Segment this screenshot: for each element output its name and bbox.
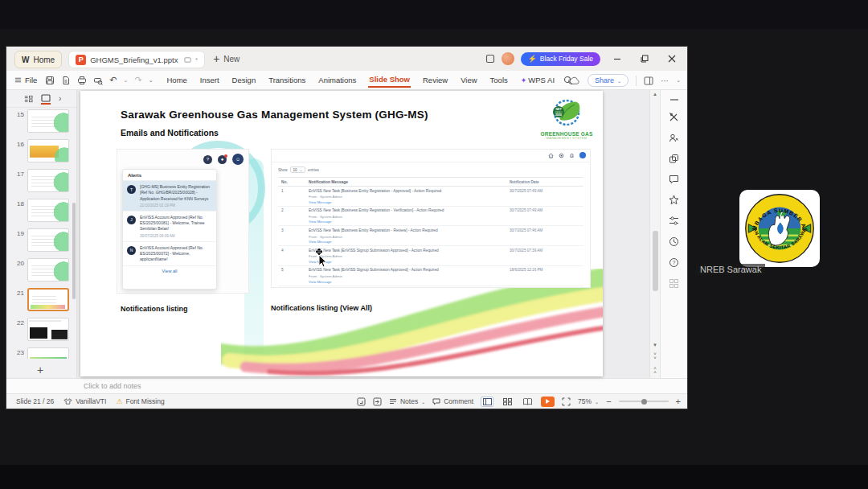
menu-item-review[interactable]: Review xyxy=(422,73,448,87)
slide-thumbnail-row-15[interactable]: 15 xyxy=(13,109,76,133)
menu-item-wps-ai[interactable]: ✦WPS AI xyxy=(520,73,555,87)
slide-view-icon[interactable] xyxy=(41,92,51,104)
menu-item-tools[interactable]: Tools xyxy=(489,73,509,87)
zoom-slider[interactable] xyxy=(619,401,669,402)
scroll-down-icon[interactable]: ▼ xyxy=(650,343,660,347)
slide-thumbnail-row-19[interactable]: 19 xyxy=(13,228,76,252)
view-message-link: View Message xyxy=(309,280,510,284)
collapse-ribbon-icon[interactable]: ⌄ xyxy=(676,77,681,84)
undo-icon[interactable]: ↶ xyxy=(109,75,117,85)
slide-thumbnail[interactable] xyxy=(27,258,69,281)
star-icon[interactable] xyxy=(669,195,679,205)
tools-icon[interactable] xyxy=(669,112,679,122)
home-tab[interactable]: W Home xyxy=(14,51,62,68)
assistant-icon[interactable] xyxy=(669,133,679,143)
menu-item-animations[interactable]: Animations xyxy=(317,73,357,87)
undo-dropdown-icon[interactable]: ⌄ xyxy=(124,77,129,84)
notes-bar[interactable]: Click to add notes xyxy=(6,378,687,393)
settings-sliders-icon[interactable] xyxy=(669,216,679,226)
slide-thumbnail-row-21[interactable]: 21 xyxy=(13,288,76,311)
slide-thumbnail[interactable] xyxy=(27,109,69,133)
black-friday-sale-button[interactable]: ⚡ Black Friday Sale xyxy=(521,52,600,66)
slide-thumbnail[interactable] xyxy=(27,288,69,311)
window-switch-icon[interactable] xyxy=(485,54,495,64)
row-date: 18/6/2025 12:16 PM xyxy=(510,268,583,283)
minimize-button[interactable] xyxy=(607,51,628,67)
alert-item[interactable]: T [GHG-MS] Business Entity Registration … xyxy=(123,181,216,212)
slide-sorter-view-button[interactable] xyxy=(501,397,514,407)
participant-tile[interactable]: LEMBAGA SUMBER ASLI DAN ALAM SEKITAR SAR… xyxy=(691,129,868,330)
redo-icon[interactable]: ↷ xyxy=(134,75,141,85)
previous-slide-button[interactable]: ˅˅ xyxy=(650,352,660,360)
canvas-scrollbar[interactable]: ▲ ▼ ˅˅ ˄˄ xyxy=(649,90,660,378)
slideshow-play-button[interactable] xyxy=(541,397,555,407)
slide-thumbnail[interactable] xyxy=(27,347,69,359)
alert-item[interactable]: N EnVISS Account Approved [Ref No. ES/20… xyxy=(123,242,216,267)
slide-thumbnail[interactable] xyxy=(27,169,69,192)
zoom-out-button[interactable]: − xyxy=(606,397,611,406)
collapse-rail-icon[interactable] xyxy=(669,98,679,101)
slide-thumbnail-row-22[interactable]: 22 xyxy=(13,318,76,341)
outline-view-icon[interactable] xyxy=(24,95,33,103)
panel-scrollbar[interactable] xyxy=(72,203,76,299)
nreb-logo-card: LEMBAGA SUMBER ASLI DAN ALAM SEKITAR SAR… xyxy=(739,190,820,267)
help-icon[interactable]: ? xyxy=(669,257,679,268)
account-avatar[interactable] xyxy=(502,52,514,65)
cloud-sync-icon[interactable] xyxy=(568,76,580,85)
layout-panel-icon[interactable] xyxy=(644,76,653,85)
slide-thumbnail[interactable] xyxy=(27,199,69,222)
print-icon[interactable] xyxy=(77,76,87,85)
scrollbar-thumb[interactable] xyxy=(653,231,658,291)
menu-item-design[interactable]: Design xyxy=(231,73,257,87)
slide-thumbnail-row-23[interactable]: 23 xyxy=(13,347,76,359)
nreb-emblem: LEMBAGA SUMBER ASLI DAN ALAM SEKITAR SAR… xyxy=(744,193,815,264)
slide-thumbnail-row-20[interactable]: 20 xyxy=(13,258,76,281)
document-tab[interactable]: P GHGMS_Briefing_v1.pptx * xyxy=(68,51,205,68)
slide-thumbnail[interactable] xyxy=(27,139,69,162)
zoom-level[interactable]: 75% ⌄ xyxy=(578,397,599,405)
fit-slide-icon[interactable] xyxy=(562,397,571,406)
slide-thumbnail-row-18[interactable]: 18 xyxy=(13,199,76,222)
next-slide-button[interactable]: ˄˄ xyxy=(650,367,660,375)
slide-thumbnail[interactable] xyxy=(27,228,69,252)
share-button[interactable]: Share ⌄ xyxy=(588,74,628,87)
menu-item-view[interactable]: View xyxy=(460,73,477,87)
output-icon[interactable] xyxy=(61,76,71,85)
slide-thumbnail-row-17[interactable]: 17 xyxy=(13,169,76,192)
slide-title: Sarawak Greenhouse Gas Management System… xyxy=(121,109,428,121)
history-clock-icon[interactable] xyxy=(669,236,679,247)
theme-indicator[interactable]: VanillaVTI xyxy=(63,397,106,405)
shapes-icon[interactable] xyxy=(669,154,679,164)
file-menu-button[interactable]: File xyxy=(14,76,37,84)
add-slide-button[interactable]: + xyxy=(37,364,43,376)
current-slide[interactable]: Sarawak Greenhouse Gas Management System… xyxy=(80,91,603,376)
save-icon[interactable] xyxy=(45,76,55,85)
slide-number: 21 xyxy=(13,288,24,297)
apps-grid-icon[interactable] xyxy=(669,278,679,289)
reading-view-button[interactable] xyxy=(521,397,534,407)
comment-icon[interactable] xyxy=(669,175,679,184)
new-tab-button[interactable]: + New xyxy=(213,52,240,65)
menu-item-transitions[interactable]: Transitions xyxy=(268,73,306,87)
zoom-slider-knob[interactable] xyxy=(641,399,647,405)
task-window-icon[interactable] xyxy=(357,397,366,406)
collapse-panel-icon[interactable]: › xyxy=(59,94,61,103)
slide-thumbnail-row-16[interactable]: 16 xyxy=(13,139,76,162)
scroll-up-icon[interactable]: ▲ xyxy=(650,92,660,97)
font-missing-warning[interactable]: ⚠ Font Missing xyxy=(116,397,164,405)
notes-toggle[interactable]: Notes ⌄ xyxy=(389,397,425,405)
maximize-button[interactable] xyxy=(634,51,655,67)
print-preview-icon[interactable] xyxy=(93,76,103,85)
menu-item-insert[interactable]: Insert xyxy=(199,73,220,87)
export-panel-icon[interactable] xyxy=(373,397,382,406)
zoom-in-button[interactable]: + xyxy=(676,397,681,406)
more-options-icon[interactable]: ⋯ xyxy=(661,76,669,85)
menu-item-slide-show[interactable]: Slide Show xyxy=(368,72,411,88)
toolbar-more-icon[interactable]: ⌄ xyxy=(149,77,154,84)
slide-thumbnail[interactable] xyxy=(27,318,69,341)
alert-item[interactable]: J EnVISS Account Approved [Ref No. ES/20… xyxy=(123,212,216,242)
menu-item-home[interactable]: Home xyxy=(166,73,188,87)
comment-button[interactable]: Comment xyxy=(432,397,473,405)
normal-view-button[interactable] xyxy=(481,397,493,407)
close-button[interactable] xyxy=(661,51,682,67)
